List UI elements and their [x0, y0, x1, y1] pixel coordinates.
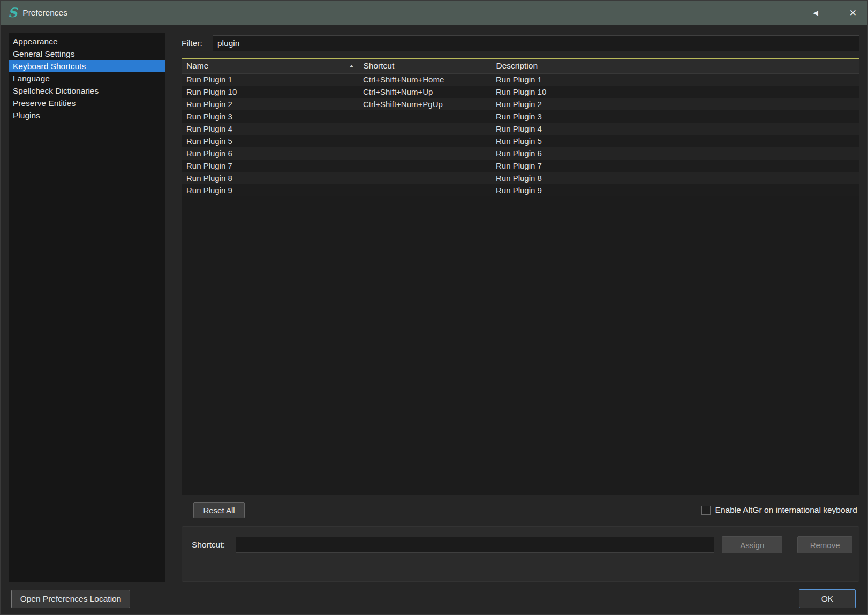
ok-button[interactable]: OK	[799, 589, 856, 608]
cell-description: Run Plugin 6	[492, 147, 859, 160]
assign-button[interactable]: Assign	[722, 536, 782, 553]
cell-description: Run Plugin 1	[492, 73, 859, 86]
table-row[interactable]: Run Plugin 2Ctrl+Shift+Num+PgUpRun Plugi…	[182, 98, 859, 110]
column-header-name[interactable]: Name ▲	[182, 59, 359, 73]
shortcut-panel: Shortcut: Assign Remove	[182, 526, 859, 582]
cell-shortcut: Ctrl+Shift+Num+PgUp	[359, 98, 492, 110]
sidebar-item-spellcheck-dictionaries[interactable]: Spellcheck Dictionaries	[9, 85, 165, 97]
column-header-description[interactable]: Description	[492, 59, 859, 73]
sidebar-item-appearance[interactable]: Appearance	[9, 35, 165, 48]
cell-shortcut	[359, 123, 492, 135]
shortcuts-table: Name ▲ Shortcut Description Run Plugin 1…	[182, 58, 859, 495]
sidebar-item-language[interactable]: Language	[9, 72, 165, 85]
table-row[interactable]: Run Plugin 5Run Plugin 5	[182, 135, 859, 147]
sidebar-item-plugins[interactable]: Plugins	[9, 109, 165, 122]
sort-ascending-icon: ▲	[349, 64, 354, 68]
cell-shortcut	[359, 110, 492, 123]
cell-name: Run Plugin 5	[182, 135, 359, 147]
shortcut-input[interactable]	[236, 537, 715, 553]
table-row[interactable]: Run Plugin 3Run Plugin 3	[182, 110, 859, 123]
shortcut-label: Shortcut:	[192, 540, 236, 550]
table-row[interactable]: Run Plugin 1Ctrl+Shift+Num+HomeRun Plugi…	[182, 73, 859, 86]
main-panel: Filter: Name ▲ Shortcut Description Run	[182, 33, 859, 582]
sigil-logo-icon: S	[8, 6, 17, 19]
cell-description: Run Plugin 8	[492, 172, 859, 184]
cell-description: Run Plugin 2	[492, 98, 859, 110]
sidebar-list: AppearanceGeneral SettingsKeyboard Short…	[9, 35, 165, 122]
cell-description: Run Plugin 7	[492, 160, 859, 172]
cell-description: Run Plugin 9	[492, 184, 859, 196]
shortcut-row: Shortcut: Assign Remove	[192, 536, 852, 553]
cell-shortcut	[359, 172, 492, 184]
column-header-shortcut[interactable]: Shortcut	[359, 59, 492, 73]
table-row[interactable]: Run Plugin 6Run Plugin 6	[182, 147, 859, 160]
cell-name: Run Plugin 3	[182, 110, 359, 123]
cell-shortcut: Ctrl+Shift+Num+Up	[359, 86, 492, 98]
altgr-option: Enable AltGr on international keyboard	[701, 505, 857, 515]
cell-name: Run Plugin 2	[182, 98, 359, 110]
altgr-checkbox[interactable]	[701, 506, 711, 515]
cell-shortcut	[359, 135, 492, 147]
cell-shortcut: Ctrl+Shift+Num+Home	[359, 73, 492, 86]
shortcuts-table-body: Run Plugin 1Ctrl+Shift+Num+HomeRun Plugi…	[182, 73, 859, 196]
sidebar-item-preserve-entities[interactable]: Preserve Entities	[9, 97, 165, 109]
sidebar-item-keyboard-shortcuts[interactable]: Keyboard Shortcuts	[9, 60, 165, 72]
column-header-name-label: Name	[186, 61, 208, 70]
table-row[interactable]: Run Plugin 8Run Plugin 8	[182, 172, 859, 184]
preferences-window: S Preferences ◀ ✕ AppearanceGeneral Sett…	[0, 0, 868, 615]
arrow-left-icon[interactable]: ◀	[813, 9, 818, 17]
filter-label: Filter:	[182, 39, 213, 48]
titlebar: S Preferences ◀ ✕	[1, 1, 867, 25]
cell-description: Run Plugin 4	[492, 123, 859, 135]
cell-shortcut	[359, 184, 492, 196]
cell-shortcut	[359, 160, 492, 172]
window-title: Preferences	[22, 8, 67, 18]
table-row[interactable]: Run Plugin 10Ctrl+Shift+Num+UpRun Plugin…	[182, 86, 859, 98]
altgr-label: Enable AltGr on international keyboard	[715, 505, 857, 515]
cell-name: Run Plugin 8	[182, 172, 359, 184]
cell-name: Run Plugin 1	[182, 73, 359, 86]
table-row[interactable]: Run Plugin 9Run Plugin 9	[182, 184, 859, 196]
reset-all-button[interactable]: Reset All	[193, 502, 245, 518]
table-header-row: Name ▲ Shortcut Description	[182, 59, 859, 73]
open-preferences-location-button[interactable]: Open Preferences Location	[11, 590, 130, 608]
sidebar-item-general-settings[interactable]: General Settings	[9, 48, 165, 60]
cell-name: Run Plugin 10	[182, 86, 359, 98]
table-row[interactable]: Run Plugin 4Run Plugin 4	[182, 123, 859, 135]
cell-name: Run Plugin 7	[182, 160, 359, 172]
filter-input[interactable]	[213, 35, 859, 51]
cell-name: Run Plugin 9	[182, 184, 359, 196]
cell-description: Run Plugin 10	[492, 86, 859, 98]
cell-name: Run Plugin 6	[182, 147, 359, 160]
table-row[interactable]: Run Plugin 7Run Plugin 7	[182, 160, 859, 172]
filter-row: Filter:	[182, 35, 859, 52]
cell-description: Run Plugin 3	[492, 110, 859, 123]
cell-name: Run Plugin 4	[182, 123, 359, 135]
below-table-row: Reset All Enable AltGr on international …	[182, 500, 859, 520]
close-icon[interactable]: ✕	[849, 7, 857, 19]
remove-button[interactable]: Remove	[797, 536, 852, 553]
cell-description: Run Plugin 5	[492, 135, 859, 147]
cell-shortcut	[359, 147, 492, 160]
sidebar: AppearanceGeneral SettingsKeyboard Short…	[9, 33, 165, 582]
